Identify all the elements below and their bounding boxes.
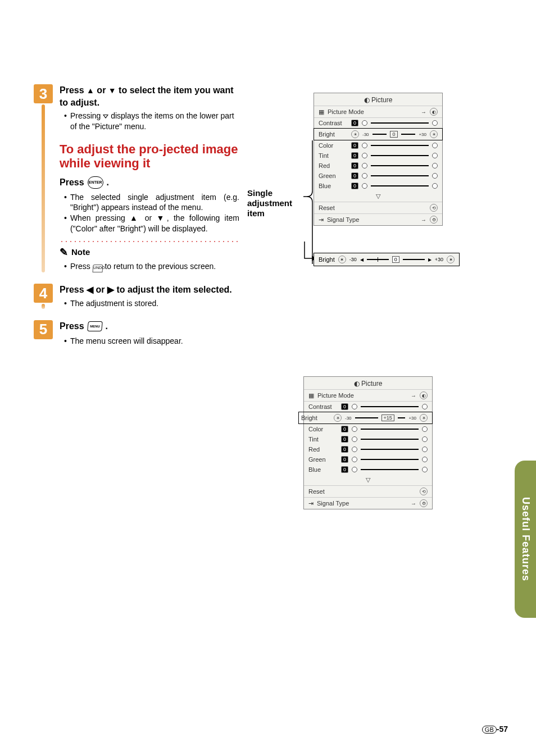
up-triangle-icon: ▲ [87,86,94,95]
osd1-title: ◐ Picture [314,93,442,106]
ae-b2a: When pressing [70,213,130,222]
gear-icon: ⚙ [430,216,438,224]
note-divider [60,240,239,243]
knob-icon [422,457,428,462]
l: Reset [308,488,416,495]
osd1-green: Green0 [314,171,442,181]
sun-dim-icon: ☀ [334,414,342,422]
press-enter-line: Press ENTER . [60,176,239,189]
v: 0 [351,162,358,169]
v: 0 [341,446,348,453]
bullet-dot: • [64,111,67,132]
osd2-more: ▽ [304,475,432,485]
knob-icon [422,467,428,472]
l: Bright [301,415,330,421]
note-a: Press [70,262,93,271]
bullet-dot: • [64,336,67,347]
osd1-bright-highlighted: Bright☀-300+30☀ [314,128,443,140]
ae-b2b: or [140,213,156,222]
knob-icon [432,183,438,189]
l: Contrast [319,120,348,126]
l: Color [319,142,348,149]
undo-button-icon: UNDO [92,265,103,272]
bullet-dot: • [64,192,67,213]
manual-page: 3 Press ▲ or ▼ to select the item you wa… [0,0,536,756]
osd2-green: Green0 [304,454,432,464]
bullet-dot: • [64,213,67,234]
v: 0 [341,426,348,432]
sun-bright-icon: ☀ [430,130,438,138]
knob-icon [422,404,428,409]
step-5-number: 5 [34,320,53,339]
sun-dim-icon: ☀ [338,256,346,263]
osd1-signal: ⇥Signal Type→⚙ [314,213,442,225]
knob-icon [362,183,367,189]
osd2-title: ◐ Picture [304,377,432,390]
v: 0 [341,436,348,443]
l: Green [308,456,338,463]
slider [361,469,419,470]
knob-icon [362,173,367,179]
v: 0 [351,183,358,189]
osd2-reset: Reset⟲ [304,485,432,497]
l: Color [308,426,338,432]
osd-menu-2: ◐ Picture ▦ Picture Mode →◐ Contrast0 Br… [303,376,433,509]
figure-2: ◐ Picture ▦ Picture Mode →◐ Contrast0 Br… [303,376,433,509]
v: 0 [351,120,358,126]
grid-icon: ▦ [308,392,314,399]
osd1-reset: Reset⟲ [314,202,442,213]
mode-icon: ◐ [430,108,438,116]
knob-icon [352,426,357,432]
knob-icon [362,163,367,168]
menu-button-icon: MENU [87,321,103,331]
step-3-line [42,104,45,272]
step-4: 4 Press ◀ or ▶ to adjust the item select… [34,284,514,308]
l: Signal Type [327,216,417,223]
knob-icon [432,173,438,179]
step-5-body: Press MENU . • The menu screen will disa… [60,320,239,346]
step-4-title: Press ◀ or ▶ to adjust the item selected… [60,284,239,296]
l: Reset [319,204,426,211]
note-icon: ✎ [60,245,68,259]
slider [371,155,429,156]
l: Red [319,162,348,169]
enter-button-icon: ENTER [88,176,103,189]
val: 0 [390,131,397,138]
right-small-triangle-icon: ▶ [428,257,431,262]
sun-dim-icon: ☀ [351,130,359,138]
osd1-more: ▽ [314,191,442,202]
step3-title-b: or [94,85,108,95]
v: 0 [341,456,348,463]
knob-icon [352,467,357,472]
step4-bullet: • The adjustment is stored. [64,298,239,309]
slider [398,417,406,418]
l: Tint [308,436,338,443]
s5-b: . [106,320,108,333]
s4-b: or [93,285,107,294]
knob-icon [352,447,357,452]
red-heading: To adjust the pro-jected image while vie… [60,142,239,171]
b1a: Pressing [70,111,103,120]
bd-max: +30 [435,257,443,262]
slider [361,406,419,407]
knob-icon [362,153,367,158]
down-outline-triangle-icon: ▽ [366,476,370,484]
knob-icon [432,153,438,158]
note-label-text: Note [71,247,90,258]
osd1-color: Color0 [314,140,442,151]
knob-icon [352,436,357,442]
osd2-signal: ⇥Signal Type→⚙ [304,497,432,509]
s5-a: Press [60,320,84,333]
l: Picture Mode [317,392,407,399]
press-a: Press [60,176,84,189]
note-bullet: • Press UNDO to return to the previous s… [64,261,239,272]
osd1-red: Red0 [314,161,442,171]
l: Bright [319,131,348,138]
step-5: 5 Press MENU . • The menu screen will di… [34,320,514,346]
step-3-number: 3 [34,84,53,103]
arrow-right-icon: → [411,393,416,399]
knob-icon [362,143,367,148]
osd1-picture-mode: ▦ Picture Mode →◐ [314,106,442,117]
l: Signal Type [317,500,407,507]
osd2-contrast: Contrast0 [304,401,432,412]
